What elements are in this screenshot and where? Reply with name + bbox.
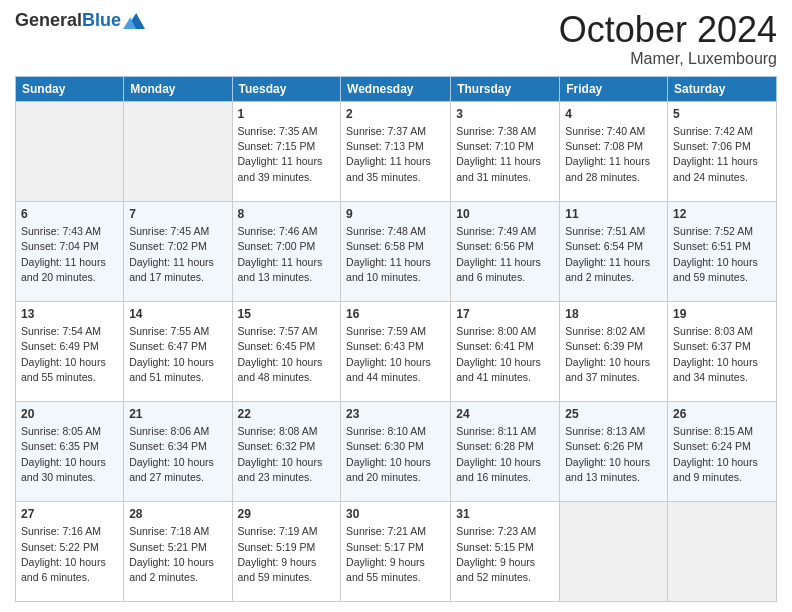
daylight-text: Daylight: 9 hours and 59 minutes. [238,556,317,583]
sunrise-text: Sunrise: 7:42 AM [673,125,753,137]
sunset-text: Sunset: 5:21 PM [129,541,207,553]
calendar-cell: 4Sunrise: 7:40 AMSunset: 7:08 PMDaylight… [560,101,668,201]
sunset-text: Sunset: 7:00 PM [238,240,316,252]
sunset-text: Sunset: 6:43 PM [346,340,424,352]
day-number: 23 [346,406,445,423]
calendar-cell: 5Sunrise: 7:42 AMSunset: 7:06 PMDaylight… [668,101,777,201]
day-number: 15 [238,306,336,323]
sunset-text: Sunset: 5:22 PM [21,541,99,553]
col-tuesday: Tuesday [232,76,341,101]
calendar-cell: 2Sunrise: 7:37 AMSunset: 7:13 PMDaylight… [341,101,451,201]
daylight-text: Daylight: 10 hours and 41 minutes. [456,356,541,383]
day-number: 10 [456,206,554,223]
sunset-text: Sunset: 6:56 PM [456,240,534,252]
day-number: 19 [673,306,771,323]
daylight-text: Daylight: 11 hours and 24 minutes. [673,155,758,182]
calendar-cell: 27Sunrise: 7:16 AMSunset: 5:22 PMDayligh… [16,501,124,601]
col-monday: Monday [124,76,232,101]
day-number: 20 [21,406,118,423]
sunset-text: Sunset: 6:47 PM [129,340,207,352]
day-number: 3 [456,106,554,123]
sunset-text: Sunset: 6:26 PM [565,440,643,452]
daylight-text: Daylight: 10 hours and 13 minutes. [565,456,650,483]
calendar-cell: 8Sunrise: 7:46 AMSunset: 7:00 PMDaylight… [232,201,341,301]
sunrise-text: Sunrise: 8:00 AM [456,325,536,337]
day-number: 29 [238,506,336,523]
sunset-text: Sunset: 6:58 PM [346,240,424,252]
daylight-text: Daylight: 9 hours and 52 minutes. [456,556,535,583]
calendar-cell: 15Sunrise: 7:57 AMSunset: 6:45 PMDayligh… [232,301,341,401]
sunset-text: Sunset: 6:30 PM [346,440,424,452]
logo-icon [123,10,145,32]
page-title: October 2024 [559,10,777,50]
calendar-cell: 18Sunrise: 8:02 AMSunset: 6:39 PMDayligh… [560,301,668,401]
sunrise-text: Sunrise: 8:06 AM [129,425,209,437]
sunset-text: Sunset: 6:45 PM [238,340,316,352]
sunset-text: Sunset: 6:41 PM [456,340,534,352]
sunset-text: Sunset: 6:39 PM [565,340,643,352]
daylight-text: Daylight: 10 hours and 59 minutes. [673,256,758,283]
daylight-text: Daylight: 11 hours and 2 minutes. [565,256,650,283]
sunset-text: Sunset: 7:10 PM [456,140,534,152]
calendar-cell [560,501,668,601]
sunrise-text: Sunrise: 7:23 AM [456,525,536,537]
day-number: 31 [456,506,554,523]
day-number: 25 [565,406,662,423]
daylight-text: Daylight: 10 hours and 48 minutes. [238,356,323,383]
calendar-header: Sunday Monday Tuesday Wednesday Thursday… [16,76,777,101]
sunset-text: Sunset: 5:19 PM [238,541,316,553]
calendar-cell: 7Sunrise: 7:45 AMSunset: 7:02 PMDaylight… [124,201,232,301]
sunrise-text: Sunrise: 7:48 AM [346,225,426,237]
sunrise-text: Sunrise: 7:21 AM [346,525,426,537]
sunset-text: Sunset: 6:51 PM [673,240,751,252]
daylight-text: Daylight: 10 hours and 6 minutes. [21,556,106,583]
daylight-text: Daylight: 11 hours and 31 minutes. [456,155,541,182]
sunrise-text: Sunrise: 7:49 AM [456,225,536,237]
calendar-table: Sunday Monday Tuesday Wednesday Thursday… [15,76,777,602]
daylight-text: Daylight: 10 hours and 20 minutes. [346,456,431,483]
day-number: 11 [565,206,662,223]
calendar-cell: 13Sunrise: 7:54 AMSunset: 6:49 PMDayligh… [16,301,124,401]
calendar-cell: 1Sunrise: 7:35 AMSunset: 7:15 PMDaylight… [232,101,341,201]
calendar-cell: 3Sunrise: 7:38 AMSunset: 7:10 PMDaylight… [451,101,560,201]
sunset-text: Sunset: 6:35 PM [21,440,99,452]
sunrise-text: Sunrise: 7:46 AM [238,225,318,237]
sunset-text: Sunset: 5:15 PM [456,541,534,553]
sunrise-text: Sunrise: 7:35 AM [238,125,318,137]
calendar-cell: 20Sunrise: 8:05 AMSunset: 6:35 PMDayligh… [16,401,124,501]
daylight-text: Daylight: 11 hours and 28 minutes. [565,155,650,182]
calendar-cell: 24Sunrise: 8:11 AMSunset: 6:28 PMDayligh… [451,401,560,501]
day-number: 5 [673,106,771,123]
calendar-cell: 11Sunrise: 7:51 AMSunset: 6:54 PMDayligh… [560,201,668,301]
day-number: 22 [238,406,336,423]
sunrise-text: Sunrise: 8:02 AM [565,325,645,337]
calendar-cell [668,501,777,601]
day-number: 4 [565,106,662,123]
col-sunday: Sunday [16,76,124,101]
sunrise-text: Sunrise: 7:16 AM [21,525,101,537]
sunrise-text: Sunrise: 7:37 AM [346,125,426,137]
sunrise-text: Sunrise: 8:13 AM [565,425,645,437]
day-number: 27 [21,506,118,523]
calendar-cell: 14Sunrise: 7:55 AMSunset: 6:47 PMDayligh… [124,301,232,401]
daylight-text: Daylight: 11 hours and 39 minutes. [238,155,323,182]
logo: GeneralBlue [15,10,145,32]
day-number: 14 [129,306,226,323]
calendar-cell: 23Sunrise: 8:10 AMSunset: 6:30 PMDayligh… [341,401,451,501]
sunrise-text: Sunrise: 8:11 AM [456,425,536,437]
sunrise-text: Sunrise: 7:55 AM [129,325,209,337]
day-number: 9 [346,206,445,223]
sunrise-text: Sunrise: 7:45 AM [129,225,209,237]
daylight-text: Daylight: 10 hours and 37 minutes. [565,356,650,383]
day-number: 28 [129,506,226,523]
col-saturday: Saturday [668,76,777,101]
day-number: 26 [673,406,771,423]
calendar-cell: 12Sunrise: 7:52 AMSunset: 6:51 PMDayligh… [668,201,777,301]
sunrise-text: Sunrise: 8:05 AM [21,425,101,437]
calendar-cell: 9Sunrise: 7:48 AMSunset: 6:58 PMDaylight… [341,201,451,301]
sunrise-text: Sunrise: 7:52 AM [673,225,753,237]
day-number: 7 [129,206,226,223]
calendar-cell: 21Sunrise: 8:06 AMSunset: 6:34 PMDayligh… [124,401,232,501]
daylight-text: Daylight: 10 hours and 30 minutes. [21,456,106,483]
sunrise-text: Sunrise: 7:43 AM [21,225,101,237]
